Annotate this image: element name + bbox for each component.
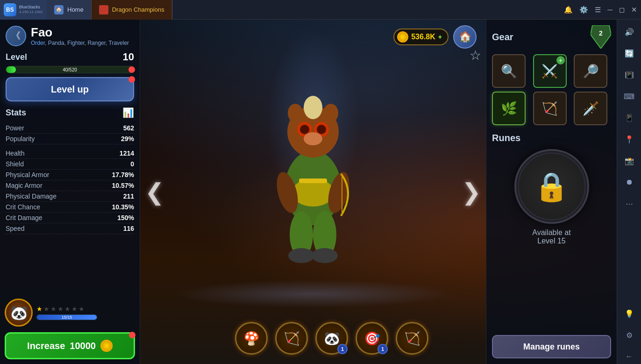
settings-icon[interactable]: ⚙️ bbox=[579, 6, 588, 14]
svg-point-5 bbox=[317, 125, 326, 134]
gear-slot-4-icon: 🌿 bbox=[501, 101, 517, 116]
avatar: 🐼 bbox=[5, 299, 33, 327]
runes-medallion: 🔒 bbox=[514, 149, 589, 224]
bs-tool-volume[interactable]: 🔊 bbox=[622, 24, 637, 39]
stat-name-phys-armor: Physical Armor bbox=[6, 171, 49, 178]
close-icon[interactable]: ✕ bbox=[631, 6, 637, 14]
char-tag-order: Order bbox=[31, 40, 45, 46]
bs-tool-bulb[interactable]: 💡 bbox=[622, 306, 637, 321]
nav-arrow-left[interactable]: ❮ bbox=[145, 178, 164, 206]
gear-slot-4[interactable]: 🌿 bbox=[492, 92, 526, 125]
level-up-button[interactable]: Level up bbox=[6, 77, 134, 101]
menu-icon[interactable]: ☰ bbox=[595, 6, 601, 14]
xp-bar-wrapper: 40/520 bbox=[6, 66, 134, 73]
stat-value-phys-armor: 17.78% bbox=[112, 171, 134, 178]
bs-tool-camera[interactable]: 📸 bbox=[622, 153, 637, 168]
svg-rect-10 bbox=[299, 178, 327, 183]
bs-tool-phone[interactable]: 📱 bbox=[622, 110, 637, 125]
tab-home-label: Home bbox=[67, 6, 84, 13]
star-6: ★ bbox=[71, 305, 78, 313]
increase-label: Increase bbox=[27, 341, 65, 351]
level-up-label: Level up bbox=[51, 84, 89, 95]
star-1: ★ bbox=[36, 305, 43, 313]
bs-tool-gear[interactable]: ⚙ bbox=[622, 328, 637, 343]
stat-name-crit-dmg: Crit Damage bbox=[6, 214, 43, 221]
skill-1[interactable]: 🍄 bbox=[235, 322, 268, 355]
char-header: 《 Fao Order, Panda, Fighter, Ranger, Tra… bbox=[6, 25, 134, 46]
gear-slot-5[interactable]: 🏹 bbox=[533, 92, 567, 125]
svg-point-18 bbox=[304, 96, 322, 119]
stat-name-power: Power bbox=[6, 124, 24, 132]
manage-runes-button[interactable]: Manage runes bbox=[492, 335, 611, 358]
star-7: ★ bbox=[78, 305, 85, 313]
stat-value-magic-armor: 10.57% bbox=[112, 182, 134, 189]
skill-2[interactable]: 🏹 bbox=[275, 322, 308, 355]
increase-coin-icon bbox=[100, 340, 113, 352]
game-area: 536.8K + 🏠 ☆ ❮ ❯ bbox=[0, 20, 617, 364]
tab-game[interactable]: Dragon Champions bbox=[92, 0, 172, 20]
increase-button[interactable]: Increase 10000 bbox=[5, 332, 135, 359]
gear-title: Gear bbox=[492, 32, 513, 43]
stats-chart-icon[interactable]: 📊 bbox=[122, 107, 134, 118]
minimize-icon[interactable]: ─ bbox=[607, 6, 613, 14]
skill-4[interactable]: 🎯 1 bbox=[356, 322, 388, 355]
bluestacks-logo: BS BlueStacks 4.150.11.1001 bbox=[0, 0, 47, 20]
tab-game-label: Dragon Champions bbox=[112, 6, 164, 13]
svg-marker-19 bbox=[591, 25, 611, 49]
restore-icon[interactable]: ◻ bbox=[619, 6, 625, 14]
left-panel: 《 Fao Order, Panda, Fighter, Ranger, Tra… bbox=[0, 20, 140, 364]
stat-name-shield: Shield bbox=[6, 160, 24, 168]
bs-tool-keyboard[interactable]: ⌨ bbox=[622, 89, 637, 104]
stars-row: ★ ★ ★ ★ ★ ★ ★ bbox=[36, 305, 97, 313]
available-text: Available atLevel 15 bbox=[532, 228, 570, 245]
level-up-dot bbox=[128, 76, 135, 83]
char-tags: Order, Panda, Fighter, Ranger, Traveler bbox=[31, 40, 129, 46]
manage-runes-label: Manage runes bbox=[523, 342, 580, 352]
gear-slot-2[interactable]: ⚔️ + bbox=[533, 54, 567, 88]
svg-point-7 bbox=[288, 104, 303, 122]
notification-icon[interactable]: 🔔 bbox=[564, 6, 573, 14]
bs-tool-shake[interactable]: 📳 bbox=[622, 67, 637, 82]
character-display bbox=[140, 20, 486, 364]
back-button[interactable]: 《 bbox=[6, 26, 26, 46]
gear-slot-1[interactable]: 🔍 bbox=[492, 54, 526, 88]
bs-tool-rotate[interactable]: 🔄 bbox=[622, 46, 637, 61]
svg-point-17 bbox=[312, 248, 338, 263]
star-4: ★ bbox=[57, 305, 64, 313]
xp-text: 40/520 bbox=[6, 66, 134, 73]
stat-row-power: Power 562 bbox=[6, 123, 134, 134]
tab-home[interactable]: 🏠 Home bbox=[47, 0, 92, 20]
bs-tool-record[interactable]: ⏺ bbox=[622, 175, 637, 190]
avatar-progress-text: 15/15 bbox=[37, 315, 97, 320]
gear-slot-3[interactable]: 🔎 bbox=[574, 54, 607, 88]
skill-1-icon: 🍄 bbox=[238, 325, 265, 352]
skill-3[interactable]: 🐼 1 bbox=[315, 322, 348, 355]
gear-slot-2-icon: ⚔️ bbox=[541, 64, 558, 79]
char-tags-rest: , Panda, Fighter, Ranger, Traveler bbox=[45, 40, 129, 46]
stat-value-health: 1214 bbox=[120, 150, 134, 157]
gear-section: Gear 2 🔍 ⚔️ + bbox=[492, 25, 611, 125]
skill-5[interactable]: 🏹 bbox=[396, 322, 428, 355]
stat-row-health: Health 1214 bbox=[6, 148, 134, 159]
stat-value-phys-dmg: 211 bbox=[123, 193, 134, 200]
bs-sidebar: 🔊 🔄 📳 ⌨ 📱 📍 📸 ⏺ ⋯ 💡 ⚙ ← bbox=[617, 20, 641, 364]
stat-row-magic-armor: Magic Armor 10.57% bbox=[6, 180, 134, 191]
titlebar-controls: 🔔 ⚙️ ☰ ─ ◻ ✕ bbox=[564, 6, 641, 14]
runes-section: Runes 🔒 Available atLevel 15 bbox=[492, 133, 611, 245]
increase-dot bbox=[129, 332, 135, 338]
bs-tool-more[interactable]: ⋯ bbox=[622, 196, 637, 211]
runes-lock-area: 🔒 Available atLevel 15 bbox=[492, 149, 611, 245]
gear-add-icon: + bbox=[556, 56, 565, 64]
svg-point-6 bbox=[304, 132, 322, 145]
star-3: ★ bbox=[50, 305, 57, 313]
bs-tool-location[interactable]: 📍 bbox=[622, 132, 637, 147]
bs-tool-back[interactable]: ← bbox=[622, 349, 637, 364]
game-tab-icon bbox=[99, 5, 108, 14]
skill-bar: 🍄 🏹 🐼 1 🎯 1 🏹 bbox=[178, 322, 486, 355]
nav-arrow-right[interactable]: ❯ bbox=[462, 178, 481, 206]
gear-slot-6[interactable]: 🗡️ bbox=[574, 92, 607, 125]
gear-shield-area: 2 bbox=[591, 25, 611, 49]
bs-version: BlueStacks 4.150.11.1001 bbox=[19, 5, 43, 14]
stat-value-crit-dmg: 150% bbox=[117, 214, 134, 221]
titlebar: BS BlueStacks 4.150.11.1001 🏠 Home Drago… bbox=[0, 0, 641, 20]
